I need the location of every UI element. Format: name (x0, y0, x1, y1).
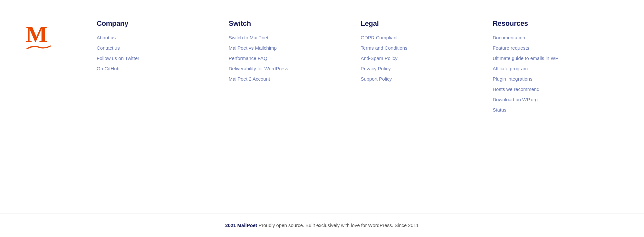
link-status[interactable]: Status (493, 107, 506, 113)
column-heading-legal: Legal (361, 19, 480, 28)
list-item: Download on WP.org (493, 97, 612, 103)
columns-container: CompanyAbout usContact usFollow us on Tw… (97, 19, 618, 113)
link-performance-faq[interactable]: Performance FAQ (229, 55, 267, 61)
list-item: Contact us (97, 45, 216, 51)
list-item: Support Policy (361, 76, 480, 82)
link-deliverability-for-wordpress[interactable]: Deliverability for WordPress (229, 66, 288, 71)
logo-letter: M (26, 23, 97, 46)
logo-section: M (26, 19, 97, 52)
link-support-policy[interactable]: Support Policy (361, 76, 392, 82)
link-gdpr-compliant[interactable]: GDPR Compliant (361, 35, 398, 40)
link-download-on-wporg[interactable]: Download on WP.org (493, 97, 538, 102)
footer-bottom-text: 2021 MailPoet Proudly open source. Built… (225, 222, 419, 228)
link-follow-us-on-twitter[interactable]: Follow us on Twitter (97, 55, 139, 61)
list-item: Anti-Spam Policy (361, 55, 480, 61)
link-feature-requests[interactable]: Feature requests (493, 45, 529, 51)
list-item: MailPoet vs Mailchimp (229, 45, 348, 51)
footer-main: M CompanyAbout usContact usFollow us on … (0, 0, 644, 213)
link-anti-spam-policy[interactable]: Anti-Spam Policy (361, 55, 398, 61)
link-plugin-integrations[interactable]: Plugin integrations (493, 76, 532, 82)
list-item: Performance FAQ (229, 55, 348, 61)
link-on-github[interactable]: On GitHub (97, 66, 120, 71)
column-heading-resources: Resources (493, 19, 612, 28)
list-item: On GitHub (97, 66, 216, 72)
list-item: Status (493, 107, 612, 113)
link-privacy-policy[interactable]: Privacy Policy (361, 66, 391, 71)
list-item: About us (97, 35, 216, 41)
link-about-us[interactable]: About us (97, 35, 116, 40)
link-contact-us[interactable]: Contact us (97, 45, 120, 51)
footer-column-resources: ResourcesDocumentationFeature requestsUl… (486, 19, 618, 113)
list-item: MailPoet 2 Account (229, 76, 348, 82)
link-mailpoet-vs-mailchimp[interactable]: MailPoet vs Mailchimp (229, 45, 277, 51)
footer-column-company: CompanyAbout usContact usFollow us on Tw… (97, 19, 222, 113)
link-terms-and-conditions[interactable]: Terms and Conditions (361, 45, 408, 51)
list-item: Ultimate guide to emails in WP (493, 55, 612, 61)
link-switch-to-mailpoet[interactable]: Switch to MailPoet (229, 35, 268, 40)
footer-bottom: 2021 MailPoet Proudly open source. Built… (0, 213, 644, 237)
list-item: Affiliate program (493, 66, 612, 72)
footer-links-company: About usContact usFollow us on TwitterOn… (97, 35, 216, 72)
link-ultimate-guide-to-emails-in-wp[interactable]: Ultimate guide to emails in WP (493, 55, 558, 61)
column-heading-company: Company (97, 19, 216, 28)
link-hosts-we-recommend[interactable]: Hosts we recommend (493, 86, 539, 92)
list-item: Switch to MailPoet (229, 35, 348, 41)
list-item: Terms and Conditions (361, 45, 480, 51)
list-item: Follow us on Twitter (97, 55, 216, 61)
footer-links-legal: GDPR CompliantTerms and ConditionsAnti-S… (361, 35, 480, 82)
footer-year-brand: 2021 MailPoet (225, 222, 257, 228)
list-item: Documentation (493, 35, 612, 41)
list-item: GDPR Compliant (361, 35, 480, 41)
list-item: Privacy Policy (361, 66, 480, 72)
footer-links-switch: Switch to MailPoetMailPoet vs MailchimpP… (229, 35, 348, 82)
list-item: Feature requests (493, 45, 612, 51)
footer-tagline: Proudly open source. Built exclusively w… (257, 222, 419, 228)
list-item: Hosts we recommend (493, 86, 612, 92)
link-mailpoet-2-account[interactable]: MailPoet 2 Account (229, 76, 270, 82)
list-item: Deliverability for WordPress (229, 66, 348, 72)
link-documentation[interactable]: Documentation (493, 35, 525, 40)
footer-column-legal: LegalGDPR CompliantTerms and ConditionsA… (354, 19, 486, 113)
logo-swoosh-icon (26, 44, 52, 50)
footer-links-resources: DocumentationFeature requestsUltimate gu… (493, 35, 612, 113)
footer-column-switch: SwitchSwitch to MailPoetMailPoet vs Mail… (222, 19, 354, 113)
link-affiliate-program[interactable]: Affiliate program (493, 66, 528, 71)
column-heading-switch: Switch (229, 19, 348, 28)
list-item: Plugin integrations (493, 76, 612, 82)
